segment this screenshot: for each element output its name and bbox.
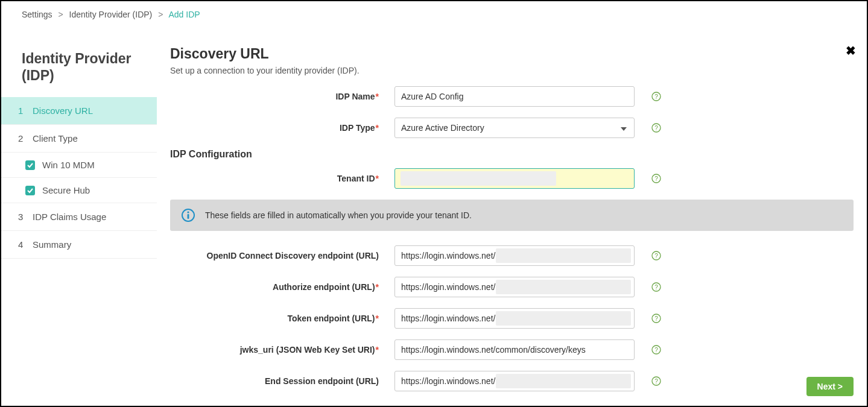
wizard-step-client-type[interactable]: 2 Client Type: [1, 125, 157, 153]
help-icon[interactable]: ?: [651, 345, 661, 355]
wizard-substep-secure-hub[interactable]: Secure Hub: [1, 178, 157, 203]
step-number: 3: [18, 212, 29, 222]
step-label: IDP Claims Usage: [33, 212, 106, 222]
form-row-openid: OpenID Connect Discovery endpoint (URL) …: [170, 245, 854, 266]
info-banner: These fields are filled in automatically…: [170, 200, 854, 231]
breadcrumb: Settings > Identity Provider (IDP) > Add…: [1, 1, 867, 28]
breadcrumb-idp[interactable]: Identity Provider (IDP): [69, 10, 153, 19]
form-row-idp-type: IDP Type* Azure Active Directory ?: [170, 118, 854, 138]
wizard-step-idp-claims[interactable]: 3 IDP Claims Usage: [1, 203, 157, 231]
step-label: Summary: [33, 239, 71, 250]
main-panel: ✖ Discovery URL Set up a connection to y…: [157, 28, 867, 391]
substep-label: Secure Hub: [42, 185, 90, 195]
help-icon[interactable]: ?: [651, 314, 661, 323]
label-token: Token endpoint (URL)*: [170, 314, 394, 323]
breadcrumb-current: Add IDP: [168, 10, 200, 19]
help-icon[interactable]: ?: [651, 251, 661, 260]
page-subtitle: Set up a connection to your identity pro…: [170, 66, 854, 75]
wizard-step-summary[interactable]: 4 Summary: [1, 231, 157, 259]
label-end-session: End Session endpoint (URL): [170, 376, 394, 386]
help-icon[interactable]: ?: [651, 92, 661, 101]
help-icon[interactable]: ?: [651, 123, 661, 133]
info-banner-text: These fields are filled in automatically…: [205, 210, 472, 220]
form-row-tenant-id: Tenant ID* ?: [170, 168, 854, 189]
checkbox-checked-icon: [25, 186, 35, 195]
info-icon: [181, 208, 195, 222]
redacted-content: [496, 374, 631, 388]
checkbox-checked-icon: [25, 160, 35, 170]
svg-text:?: ?: [654, 175, 658, 182]
idp-name-input[interactable]: [394, 86, 635, 107]
label-tenant-id: Tenant ID*: [170, 174, 394, 183]
svg-text:?: ?: [654, 253, 658, 259]
redacted-content: [496, 311, 631, 326]
form-row-authorize: Authorize endpoint (URL)* ?: [170, 277, 854, 297]
svg-text:?: ?: [654, 93, 658, 100]
svg-point-7: [187, 211, 189, 213]
svg-text:?: ?: [654, 284, 658, 291]
form-row-idp-name: IDP Name* ?: [170, 86, 854, 107]
idp-type-select[interactable]: Azure Active Directory: [394, 118, 635, 138]
step-number: 2: [18, 133, 29, 144]
form-row-jwks: jwks_uri (JSON Web Key Set URI)* ?: [170, 339, 854, 360]
label-idp-name: IDP Name*: [170, 92, 394, 101]
breadcrumb-separator: >: [158, 10, 163, 19]
breadcrumb-separator: >: [58, 10, 63, 19]
caret-down-icon: [621, 123, 627, 133]
svg-text:?: ?: [654, 315, 658, 322]
redacted-content: [496, 280, 631, 294]
label-authorize: Authorize endpoint (URL)*: [170, 282, 394, 292]
next-button[interactable]: Next >: [806, 377, 854, 396]
step-number: 1: [18, 106, 29, 116]
wizard-step-discovery-url[interactable]: 1 Discovery URL: [1, 97, 157, 125]
step-label: Discovery URL: [33, 106, 93, 116]
help-icon[interactable]: ?: [651, 174, 661, 183]
svg-text:?: ?: [654, 125, 658, 131]
svg-rect-8: [188, 214, 189, 219]
svg-text:?: ?: [654, 347, 658, 353]
substep-label: Win 10 MDM: [42, 160, 95, 170]
page-title: Discovery URL: [170, 46, 854, 62]
label-jwks: jwks_uri (JSON Web Key Set URI)*: [170, 345, 394, 355]
step-number: 4: [18, 239, 29, 250]
help-icon[interactable]: ?: [651, 282, 661, 292]
sidebar-title: Identity Provider (IDP): [1, 51, 157, 97]
label-idp-type: IDP Type*: [170, 123, 394, 133]
select-value: Azure Active Directory: [401, 123, 484, 133]
section-title-idp-config: IDP Configuration: [170, 149, 854, 160]
wizard-sidebar: Identity Provider (IDP) 1 Discovery URL …: [1, 28, 157, 391]
form-row-token: Token endpoint (URL)* ?: [170, 308, 854, 329]
step-label: Client Type: [33, 133, 78, 144]
label-openid: OpenID Connect Discovery endpoint (URL): [170, 251, 394, 260]
redacted-content: [496, 248, 631, 263]
form-row-end-session: End Session endpoint (URL) ?: [170, 371, 854, 391]
jwks-uri-input[interactable]: [394, 339, 635, 360]
redacted-content: [401, 171, 556, 186]
close-icon[interactable]: ✖: [846, 43, 856, 58]
wizard-substep-win10-mdm[interactable]: Win 10 MDM: [1, 153, 157, 178]
svg-text:?: ?: [654, 378, 658, 385]
help-icon[interactable]: ?: [651, 376, 661, 386]
breadcrumb-settings[interactable]: Settings: [22, 10, 52, 19]
